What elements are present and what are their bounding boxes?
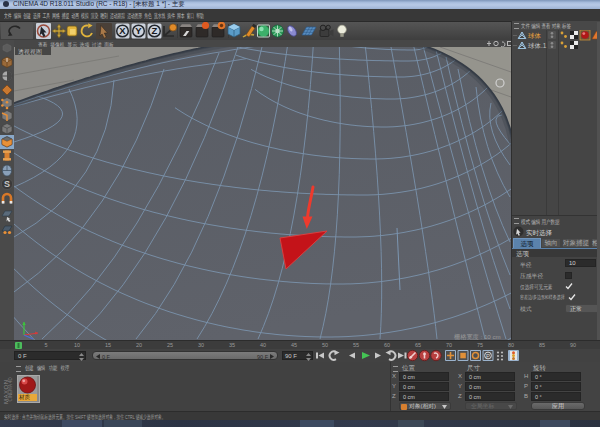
svg-text:35: 35 xyxy=(229,342,235,348)
svg-text:55: 55 xyxy=(353,342,359,348)
svg-text:30: 30 xyxy=(198,342,204,348)
svg-text:90: 90 xyxy=(570,342,576,348)
svg-text:球体.1: 球体.1 xyxy=(528,42,547,49)
svg-text:15: 15 xyxy=(105,342,111,348)
svg-text:65: 65 xyxy=(415,342,421,348)
svg-text:60: 60 xyxy=(384,342,390,348)
svg-text:45: 45 xyxy=(291,342,297,348)
svg-text:75: 75 xyxy=(477,342,483,348)
svg-text:Z: Z xyxy=(152,25,158,36)
svg-text:X: X xyxy=(119,25,126,36)
svg-text:Y: Y xyxy=(135,25,142,36)
svg-text:S: S xyxy=(4,179,10,189)
svg-text:10: 10 xyxy=(74,342,80,348)
svg-text:25: 25 xyxy=(167,342,173,348)
svg-text:80: 80 xyxy=(508,342,514,348)
svg-text:栅格宽度 : 10 cm: 栅格宽度 : 10 cm xyxy=(454,333,501,340)
svg-text:40: 40 xyxy=(260,342,266,348)
svg-text:50: 50 xyxy=(322,342,328,348)
svg-text:球体: 球体 xyxy=(528,32,542,39)
svg-text:20: 20 xyxy=(136,342,142,348)
svg-text:5: 5 xyxy=(44,342,47,348)
svg-text:85: 85 xyxy=(539,342,545,348)
svg-text:70: 70 xyxy=(446,342,452,348)
svg-text:透视视图: 透视视图 xyxy=(18,48,42,56)
svg-text:P: P xyxy=(486,353,490,359)
